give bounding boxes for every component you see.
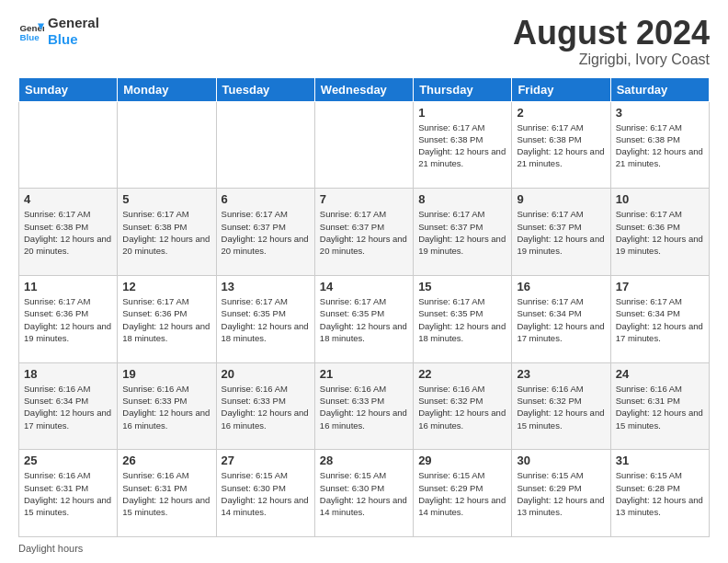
day-number: 26 [122,454,210,467]
calendar-cell: 16Sunrise: 6:17 AM Sunset: 6:34 PM Dayli… [512,275,610,362]
day-number: 30 [517,454,605,467]
calendar-cell: 12Sunrise: 6:17 AM Sunset: 6:36 PM Dayli… [118,275,216,362]
week-row-3: 18Sunrise: 6:16 AM Sunset: 6:34 PM Dayli… [19,362,710,450]
calendar-cell: 1Sunrise: 6:17 AM Sunset: 6:38 PM Daylig… [414,101,512,189]
calendar-cell: 28Sunrise: 6:15 AM Sunset: 6:30 PM Dayli… [314,450,413,537]
day-info: Sunrise: 6:17 AM Sunset: 6:38 PM Dayligh… [122,208,210,257]
calendar-cell: 5Sunrise: 6:17 AM Sunset: 6:38 PM Daylig… [118,189,216,276]
week-row-0: 1Sunrise: 6:17 AM Sunset: 6:38 PM Daylig… [19,101,710,189]
day-number: 7 [320,192,408,206]
weekday-header-sunday: Sunday [19,77,118,101]
calendar-cell: 20Sunrise: 6:16 AM Sunset: 6:33 PM Dayli… [216,362,314,450]
calendar-cell: 18Sunrise: 6:16 AM Sunset: 6:34 PM Dayli… [19,362,118,450]
calendar-cell: 26Sunrise: 6:16 AM Sunset: 6:31 PM Dayli… [118,450,216,537]
day-number: 2 [517,106,605,120]
weekday-header-thursday: Thursday [414,77,512,101]
calendar-cell: 17Sunrise: 6:17 AM Sunset: 6:34 PM Dayli… [610,275,709,362]
calendar-cell: 31Sunrise: 6:15 AM Sunset: 6:28 PM Dayli… [610,450,709,537]
calendar-cell [19,101,118,189]
week-row-1: 4Sunrise: 6:17 AM Sunset: 6:38 PM Daylig… [19,189,710,276]
day-info: Sunrise: 6:16 AM Sunset: 6:31 PM Dayligh… [616,383,704,431]
day-number: 31 [616,454,704,467]
day-number: 28 [320,454,408,467]
day-info: Sunrise: 6:16 AM Sunset: 6:33 PM Dayligh… [122,383,210,431]
calendar-cell: 27Sunrise: 6:15 AM Sunset: 6:30 PM Dayli… [216,450,314,537]
day-number: 13 [222,280,310,293]
calendar-cell: 4Sunrise: 6:17 AM Sunset: 6:38 PM Daylig… [19,189,118,276]
day-number: 22 [418,367,506,381]
daylight-label: Daylight hours [18,543,83,554]
day-info: Sunrise: 6:17 AM Sunset: 6:37 PM Dayligh… [320,208,408,257]
calendar-cell: 21Sunrise: 6:16 AM Sunset: 6:33 PM Dayli… [314,362,413,450]
day-info: Sunrise: 6:17 AM Sunset: 6:37 PM Dayligh… [222,208,310,257]
day-info: Sunrise: 6:16 AM Sunset: 6:33 PM Dayligh… [222,383,310,431]
day-info: Sunrise: 6:15 AM Sunset: 6:30 PM Dayligh… [222,469,310,518]
day-info: Sunrise: 6:16 AM Sunset: 6:31 PM Dayligh… [24,469,112,518]
logo-blue: Blue [48,31,99,48]
calendar-cell: 11Sunrise: 6:17 AM Sunset: 6:36 PM Dayli… [19,275,118,362]
calendar-cell: 14Sunrise: 6:17 AM Sunset: 6:35 PM Dayli… [314,275,413,362]
day-number: 12 [122,280,210,293]
day-number: 18 [24,367,112,381]
weekday-header-row: SundayMondayTuesdayWednesdayThursdayFrid… [19,77,710,101]
day-number: 14 [320,280,408,293]
day-info: Sunrise: 6:17 AM Sunset: 6:38 PM Dayligh… [418,121,506,170]
calendar-cell [118,101,216,189]
day-number: 27 [222,454,310,467]
day-number: 19 [122,367,210,381]
title-block: August 2024 Zigrigbi, Ivory Coast [513,15,710,68]
logo: General Blue General Blue [18,15,99,48]
day-info: Sunrise: 6:15 AM Sunset: 6:29 PM Dayligh… [517,469,605,518]
page: General Blue General Blue August 2024 Zi… [0,0,728,563]
logo-general: General [48,15,99,31]
day-number: 6 [222,192,310,206]
day-number: 24 [616,367,704,381]
day-info: Sunrise: 6:17 AM Sunset: 6:38 PM Dayligh… [517,121,605,170]
header: General Blue General Blue August 2024 Zi… [18,15,710,68]
day-info: Sunrise: 6:16 AM Sunset: 6:34 PM Dayligh… [24,383,112,431]
day-info: Sunrise: 6:16 AM Sunset: 6:31 PM Dayligh… [122,469,210,518]
month-title: August 2024 [513,15,710,52]
day-number: 15 [418,280,506,293]
calendar-cell [216,101,314,189]
calendar-cell: 13Sunrise: 6:17 AM Sunset: 6:35 PM Dayli… [216,275,314,362]
day-info: Sunrise: 6:15 AM Sunset: 6:29 PM Dayligh… [418,469,506,518]
day-info: Sunrise: 6:17 AM Sunset: 6:35 PM Dayligh… [320,295,408,344]
svg-text:Blue: Blue [19,32,40,42]
calendar-cell: 23Sunrise: 6:16 AM Sunset: 6:32 PM Dayli… [512,362,610,450]
calendar-cell: 7Sunrise: 6:17 AM Sunset: 6:37 PM Daylig… [314,189,413,276]
day-info: Sunrise: 6:16 AM Sunset: 6:32 PM Dayligh… [517,383,605,431]
day-number: 4 [24,192,112,206]
footer: Daylight hours [18,543,710,554]
calendar-cell: 3Sunrise: 6:17 AM Sunset: 6:38 PM Daylig… [610,101,709,189]
weekday-header-monday: Monday [118,77,216,101]
day-info: Sunrise: 6:16 AM Sunset: 6:32 PM Dayligh… [418,383,506,431]
day-info: Sunrise: 6:15 AM Sunset: 6:28 PM Dayligh… [616,469,704,518]
calendar-cell: 15Sunrise: 6:17 AM Sunset: 6:35 PM Dayli… [414,275,512,362]
day-info: Sunrise: 6:17 AM Sunset: 6:35 PM Dayligh… [222,295,310,344]
calendar-cell: 8Sunrise: 6:17 AM Sunset: 6:37 PM Daylig… [414,189,512,276]
calendar-cell: 30Sunrise: 6:15 AM Sunset: 6:29 PM Dayli… [512,450,610,537]
calendar-cell [314,101,413,189]
day-info: Sunrise: 6:17 AM Sunset: 6:36 PM Dayligh… [616,208,704,257]
calendar-cell: 2Sunrise: 6:17 AM Sunset: 6:38 PM Daylig… [512,101,610,189]
weekday-header-tuesday: Tuesday [216,77,314,101]
day-number: 25 [24,454,112,467]
logo-icon: General Blue [18,18,44,44]
location-title: Zigrigbi, Ivory Coast [513,52,710,68]
day-number: 10 [616,192,704,206]
day-number: 20 [222,367,310,381]
week-row-4: 25Sunrise: 6:16 AM Sunset: 6:31 PM Dayli… [19,450,710,537]
day-number: 17 [616,280,704,293]
day-info: Sunrise: 6:17 AM Sunset: 6:37 PM Dayligh… [418,208,506,257]
day-number: 3 [616,106,704,120]
calendar-cell: 19Sunrise: 6:16 AM Sunset: 6:33 PM Dayli… [118,362,216,450]
day-info: Sunrise: 6:16 AM Sunset: 6:33 PM Dayligh… [320,383,408,431]
weekday-header-friday: Friday [512,77,610,101]
day-info: Sunrise: 6:15 AM Sunset: 6:30 PM Dayligh… [320,469,408,518]
day-info: Sunrise: 6:17 AM Sunset: 6:38 PM Dayligh… [616,121,704,170]
calendar-cell: 9Sunrise: 6:17 AM Sunset: 6:37 PM Daylig… [512,189,610,276]
day-info: Sunrise: 6:17 AM Sunset: 6:35 PM Dayligh… [418,295,506,344]
weekday-header-wednesday: Wednesday [314,77,413,101]
calendar-cell: 10Sunrise: 6:17 AM Sunset: 6:36 PM Dayli… [610,189,709,276]
